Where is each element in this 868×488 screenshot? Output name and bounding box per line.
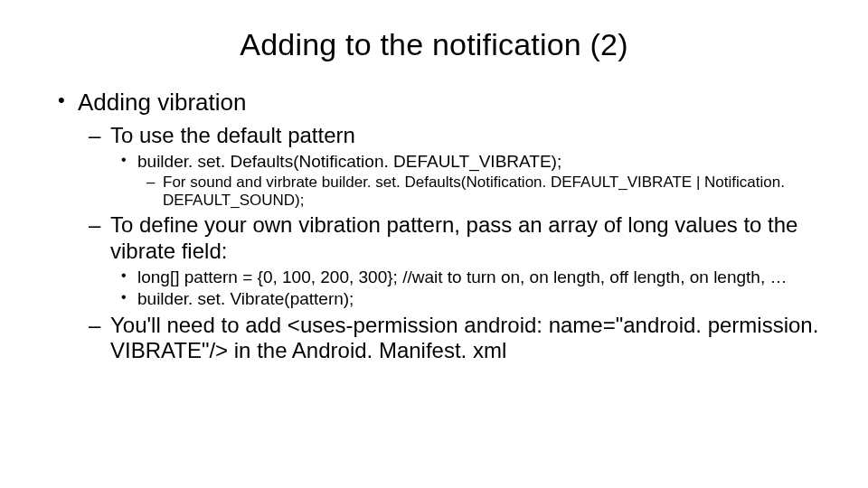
bullet-text: For sound and virbrate builder. set. Def… bbox=[163, 174, 785, 209]
bullet-text: builder. set. Vibrate(pattern); bbox=[137, 289, 354, 308]
bullet-l2-item: You'll need to add <uses-permission andr… bbox=[78, 313, 823, 364]
bullet-list-level4: For sound and virbrate builder. set. Def… bbox=[137, 174, 823, 210]
bullet-text: To define your own vibration pattern, pa… bbox=[110, 212, 797, 262]
bullet-text: You'll need to add <uses-permission andr… bbox=[110, 313, 818, 362]
bullet-l2-item: To use the default pattern builder. set.… bbox=[78, 123, 823, 211]
bullet-l3-item: long[] pattern = {0, 100, 200, 300}; //w… bbox=[110, 267, 823, 287]
bullet-list-level1: Adding vibration To use the default patt… bbox=[45, 88, 823, 363]
bullet-text: long[] pattern = {0, 100, 200, 300}; //w… bbox=[137, 267, 787, 286]
bullet-l3-item: builder. set. Vibrate(pattern); bbox=[110, 289, 823, 309]
bullet-list-level3: builder. set. Defaults(Notification. DEF… bbox=[110, 152, 823, 211]
bullet-l1-item: Adding vibration To use the default patt… bbox=[45, 88, 823, 363]
slide-title: Adding to the notification (2) bbox=[45, 27, 823, 62]
bullet-text: builder. set. Defaults(Notification. DEF… bbox=[137, 152, 561, 171]
bullet-text: Adding vibration bbox=[78, 89, 246, 116]
bullet-list-level3: long[] pattern = {0, 100, 200, 300}; //w… bbox=[110, 267, 823, 310]
slide: Adding to the notification (2) Adding vi… bbox=[0, 0, 868, 488]
bullet-l3-item: builder. set. Defaults(Notification. DEF… bbox=[110, 152, 823, 211]
bullet-l4-item: For sound and virbrate builder. set. Def… bbox=[137, 174, 823, 210]
bullet-text: To use the default pattern bbox=[110, 123, 355, 147]
bullet-l2-item: To define your own vibration pattern, pa… bbox=[78, 212, 823, 309]
bullet-list-level2: To use the default pattern builder. set.… bbox=[78, 123, 823, 364]
